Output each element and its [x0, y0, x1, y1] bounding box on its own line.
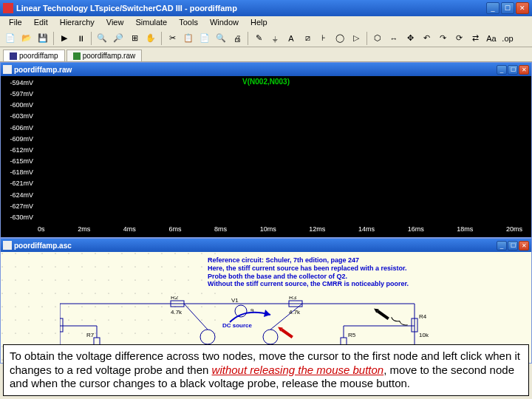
svg-text:R4: R4	[419, 313, 427, 320]
schematic-titlebar[interactable]: poordiffamp.asc _ ☐ ✕	[1, 239, 531, 252]
plot-ytick: -615mV	[2, 157, 36, 165]
inductor-button[interactable]: ◯	[332, 31, 347, 46]
plot-ytick: -600mV	[2, 101, 36, 109]
tab-schematic[interactable]: poordiffamp	[3, 50, 65, 61]
menu-edit[interactable]: Edit	[28, 16, 54, 30]
cut-button[interactable]: ✂	[165, 31, 180, 46]
plot-xtick: 16ms	[408, 225, 424, 237]
svg-text:DC source: DC source	[222, 322, 253, 329]
drag-button[interactable]: ✥	[403, 31, 417, 46]
plot-xtick: 0s	[38, 225, 45, 237]
schematic-maximize-button[interactable]: ☐	[508, 241, 518, 250]
svg-text:10k: 10k	[419, 332, 429, 338]
stop-button[interactable]: ⏸	[73, 31, 88, 46]
pan-button[interactable]: ✋	[143, 31, 158, 46]
text-button[interactable]: Aa	[484, 31, 499, 46]
mirror-button[interactable]: ⇄	[468, 31, 482, 46]
plot-ytick: -606mV	[2, 124, 36, 132]
new-button[interactable]: 📄	[3, 31, 18, 46]
svg-rect-42	[281, 328, 293, 338]
schematic-window-title: poordiffamp.asc	[14, 242, 497, 250]
svg-point-13	[263, 330, 278, 344]
plot-minimize-button[interactable]: _	[497, 65, 507, 75]
schematic-close-button[interactable]: ✕	[519, 241, 529, 250]
close-button[interactable]: ✕	[516, 2, 529, 14]
plot-titlebar[interactable]: poordiffamp.raw _ ☐ ✕	[1, 63, 531, 76]
wire-button[interactable]: ✎	[251, 31, 266, 46]
instruction-box: To obtain the voltage difference across …	[3, 344, 529, 396]
main-titlebar: Linear Technology LTspice/SwitcherCAD II…	[0, 0, 532, 16]
plot-signal-label[interactable]: V(N002,N003)	[242, 78, 290, 86]
waveform-icon	[73, 52, 81, 60]
svg-text:V1: V1	[231, 297, 239, 304]
redo-button[interactable]: ↷	[435, 31, 450, 46]
find-button[interactable]: 🔍	[214, 31, 228, 46]
plot-xtick: 2ms	[78, 225, 90, 237]
move-button[interactable]: ↔	[386, 31, 401, 46]
menu-help[interactable]: Help	[245, 16, 273, 30]
app-title: Linear Technology LTspice/SwitcherCAD II…	[16, 4, 486, 13]
plot-window-icon	[3, 65, 12, 74]
plot-ytick: -594mV	[2, 79, 36, 86]
zoom-fit-button[interactable]: ⊞	[127, 31, 142, 46]
capacitor-button[interactable]: ⊦	[316, 31, 331, 46]
plot-close-button[interactable]: ✕	[519, 65, 529, 75]
plot-xtick: 20ms	[506, 225, 522, 237]
save-button[interactable]: 💾	[35, 31, 50, 46]
undo-button[interactable]: ↶	[419, 31, 434, 46]
menu-window[interactable]: Window	[204, 16, 245, 30]
copy-button[interactable]: 📋	[181, 31, 196, 46]
plot-maximize-button[interactable]: ☐	[508, 65, 518, 75]
plot-xtick: 8ms	[214, 225, 227, 237]
spice-button[interactable]: .op	[500, 31, 515, 46]
resistor-button[interactable]: ⧄	[300, 31, 315, 46]
schematic-note: Reference circuit: Schuler, 7th edition,…	[208, 256, 409, 288]
plot-ytick: -624mV	[2, 191, 36, 199]
svg-line-15	[270, 304, 302, 330]
zoom-in-button[interactable]: 🔍	[95, 31, 109, 46]
menu-simulate[interactable]: Simulate	[129, 16, 173, 30]
instruction-emphasis: without releasing the mouse button	[212, 364, 384, 376]
app-icon	[3, 3, 13, 13]
open-button[interactable]: 📂	[19, 31, 34, 46]
label-button[interactable]: A	[284, 31, 299, 46]
plot-xaxis: 0s2ms4ms6ms8ms10ms12ms14ms16ms18ms20ms	[38, 225, 522, 237]
svg-rect-44	[377, 310, 389, 320]
print-button[interactable]: 🖨	[230, 31, 245, 46]
menu-file[interactable]: File	[3, 16, 28, 30]
maximize-button[interactable]: ☐	[501, 2, 514, 14]
minimize-button[interactable]: _	[486, 2, 499, 14]
schematic-icon	[10, 52, 17, 60]
plot-area[interactable]: V(N002,N003) -594mV-597mV-600mV-603mV-60…	[1, 76, 531, 237]
plot-ytick: -630mV	[2, 214, 36, 221]
plot-ytick: -621mV	[2, 180, 36, 187]
paste-button[interactable]: 📄	[197, 31, 212, 46]
plot-ytick: -603mV	[2, 112, 36, 120]
plot-ytick: -612mV	[2, 146, 36, 154]
rotate-button[interactable]: ⟳	[451, 31, 466, 46]
svg-text:R3: R3	[289, 296, 297, 301]
zoom-out-button[interactable]: 🔎	[111, 31, 126, 46]
svg-text:4.7k: 4.7k	[171, 309, 183, 316]
svg-text:R7: R7	[86, 332, 95, 338]
plot-xtick: 4ms	[123, 225, 136, 237]
plot-window-title: poordiffamp.raw	[14, 66, 497, 74]
menu-tools[interactable]: Tools	[173, 16, 204, 30]
main-toolbar: 📄 📂 💾 ▶ ⏸ 🔍 🔎 ⊞ ✋ ✂ 📋 📄 🔍 🖨 ✎ ⏚ A ⧄ ⊦ ◯ …	[0, 30, 532, 47]
plot-ytick: -618mV	[2, 168, 36, 176]
svg-marker-46	[264, 310, 270, 317]
component-button[interactable]: ⬡	[370, 31, 385, 46]
schematic-minimize-button[interactable]: _	[497, 241, 507, 250]
plot-xtick: 10ms	[260, 225, 276, 237]
diode-button[interactable]: ▷	[349, 31, 364, 46]
menu-hierarchy[interactable]: Hierarchy	[54, 16, 100, 30]
tab-bar: poordiffamp poordiffamp.raw	[0, 47, 532, 62]
plot-yaxis: -594mV-597mV-600mV-603mV-606mV-609mV-612…	[1, 76, 38, 224]
plot-ytick: -597mV	[2, 90, 36, 98]
ground-button[interactable]: ⏚	[267, 31, 282, 46]
menu-view[interactable]: View	[100, 16, 130, 30]
svg-text:R2: R2	[171, 296, 179, 301]
run-button[interactable]: ▶	[57, 31, 72, 46]
tab-waveform[interactable]: poordiffamp.raw	[66, 50, 143, 61]
plot-xtick: 14ms	[358, 225, 375, 237]
